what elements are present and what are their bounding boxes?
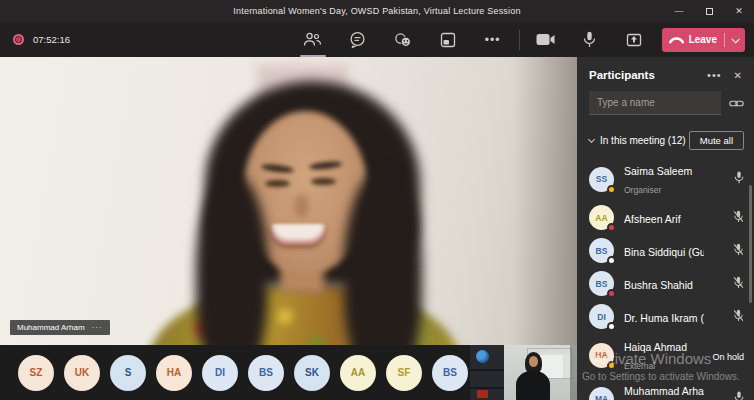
reactions-button[interactable] — [393, 30, 413, 50]
self-view-tile[interactable] — [470, 345, 577, 400]
collapse-chevron-icon — [588, 136, 595, 143]
in-meeting-section-header[interactable]: In this meeting (12) Mute all — [577, 125, 754, 157]
participant-row[interactable]: BS Bina Siddiqui (Guest) — [577, 234, 754, 267]
speaker-hair-art — [196, 175, 268, 345]
breakout-rooms-button[interactable] — [438, 30, 458, 50]
audio-participant-avatar[interactable]: BS — [248, 355, 284, 391]
participants-button[interactable] — [303, 30, 323, 50]
participant-name: Haiqa Ahmad — [624, 341, 687, 353]
participant-name: Saima Saleem — [624, 165, 692, 177]
audio-participant-avatar[interactable]: BS — [432, 355, 468, 391]
audio-participant-avatar[interactable]: SF — [386, 355, 422, 391]
window-controls: — ✕ — [664, 0, 754, 22]
panel-close-icon[interactable]: ✕ — [734, 70, 742, 81]
leave-button[interactable]: Leave — [662, 28, 745, 52]
share-icon — [626, 32, 642, 48]
selfview-person-art — [516, 371, 550, 400]
presence-status-dot — [607, 322, 616, 331]
avatar: DI — [589, 304, 614, 329]
minimize-button[interactable]: — — [664, 0, 694, 22]
audio-participant-avatar[interactable]: DI — [202, 355, 238, 391]
speaker-hair-art — [344, 172, 422, 345]
camera-button[interactable] — [536, 30, 556, 50]
participants-panel: Participants ••• ✕ In this meeting (12) … — [577, 57, 754, 400]
participant-mic-state[interactable] — [704, 242, 744, 260]
participant-row[interactable]: DI Dr. Huma Ikram (Guest) — [577, 300, 754, 333]
participant-name: Afsheen Arif — [624, 213, 681, 225]
participant-row[interactable]: MA Muhammad Arham External — [577, 377, 754, 400]
participant-mic-state[interactable] — [704, 390, 744, 400]
avatar: HA — [589, 343, 614, 368]
recording-indicator: 07:52:16 — [13, 34, 70, 45]
participant-name: Muhammad Arham — [624, 385, 704, 397]
participant-subtitle: External — [624, 361, 655, 371]
audio-participant-avatar[interactable]: UK — [64, 355, 100, 391]
participant-search-row — [577, 89, 754, 125]
maximize-button[interactable] — [694, 0, 724, 22]
participant-name-tag[interactable]: Muhammad Arham ··· — [10, 320, 110, 335]
participant-mic-state[interactable]: On hold — [704, 346, 744, 364]
participant-name: Bushra Shahid — [624, 279, 693, 291]
chat-icon — [349, 31, 366, 48]
avatar: SS — [589, 167, 614, 192]
panel-more-options-icon[interactable]: ••• — [707, 69, 722, 81]
on-hold-label: On hold — [712, 352, 744, 362]
audio-participant-avatar[interactable]: HA — [156, 355, 192, 391]
participant-mic-state[interactable] — [704, 170, 744, 188]
participant-row[interactable]: SS Saima Saleem Organiser — [577, 157, 754, 201]
name-tag-more-icon[interactable]: ··· — [92, 323, 103, 332]
participant-mic-state[interactable] — [704, 209, 744, 227]
selfview-shadow-art — [570, 345, 577, 400]
camera-icon — [536, 33, 555, 46]
main-video-tile[interactable]: Muhammad Arham ··· — [0, 57, 577, 345]
hangup-icon — [669, 36, 684, 44]
speaker-eye-art — [265, 180, 290, 187]
leave-label: Leave — [689, 34, 717, 45]
selfview-shelf-art — [470, 369, 504, 371]
participant-row[interactable]: BS Bushra Shahid — [577, 267, 754, 300]
participant-mic-state[interactable] — [704, 275, 744, 293]
avatar: AA — [589, 205, 614, 230]
audio-participant-avatar[interactable]: SK — [294, 355, 330, 391]
mic-icon — [734, 391, 744, 400]
selfview-object-art — [477, 390, 488, 398]
participant-row[interactable]: AA Afsheen Arif — [577, 201, 754, 234]
selfview-person-art — [529, 356, 538, 367]
meeting-timer: 07:52:16 — [33, 34, 70, 45]
people-icon — [303, 32, 322, 47]
rooms-icon — [440, 32, 456, 48]
more-icon: ••• — [485, 33, 501, 47]
mute-all-button[interactable]: Mute all — [689, 131, 744, 150]
mic-icon — [583, 31, 596, 48]
leave-options-chevron-icon[interactable] — [731, 35, 739, 43]
participants-panel-title: Participants — [589, 69, 707, 81]
participant-mic-state[interactable] — [704, 308, 744, 326]
mic-off-icon — [733, 243, 744, 256]
panel-scrollbar[interactable] — [749, 185, 752, 303]
chat-button[interactable] — [348, 30, 368, 50]
copy-link-icon[interactable] — [729, 94, 744, 112]
presence-status-dot — [607, 185, 616, 194]
maximize-icon — [706, 8, 713, 15]
leave-divider — [724, 33, 725, 47]
speaker-eye-art — [311, 178, 336, 185]
audio-participant-avatar[interactable]: AA — [340, 355, 376, 391]
audio-participant-avatar[interactable]: S — [110, 355, 146, 391]
participants-panel-header: Participants ••• ✕ — [577, 57, 754, 89]
audio-participant-avatar[interactable]: SZ — [18, 355, 54, 391]
close-button[interactable]: ✕ — [724, 0, 754, 22]
microphone-button[interactable] — [580, 30, 600, 50]
record-icon — [13, 34, 24, 45]
share-screen-button[interactable] — [624, 30, 644, 50]
in-meeting-count-label: In this meeting (12) — [600, 135, 689, 146]
participant-row[interactable]: HA Haiqa Ahmad External On hold — [577, 333, 754, 377]
more-actions-button[interactable]: ••• — [483, 30, 503, 50]
participant-list: SS Saima Saleem Organiser AA Afsheen Ari… — [577, 157, 754, 400]
participant-search-input[interactable] — [589, 91, 721, 115]
reactions-icon — [394, 32, 412, 48]
presence-status-dot — [607, 361, 616, 370]
meeting-controlbar: 07:52:16 ••• — [0, 22, 754, 57]
toolbar-divider — [519, 30, 520, 50]
avatar: BS — [589, 238, 614, 263]
wall-shadow-art — [513, 57, 577, 345]
